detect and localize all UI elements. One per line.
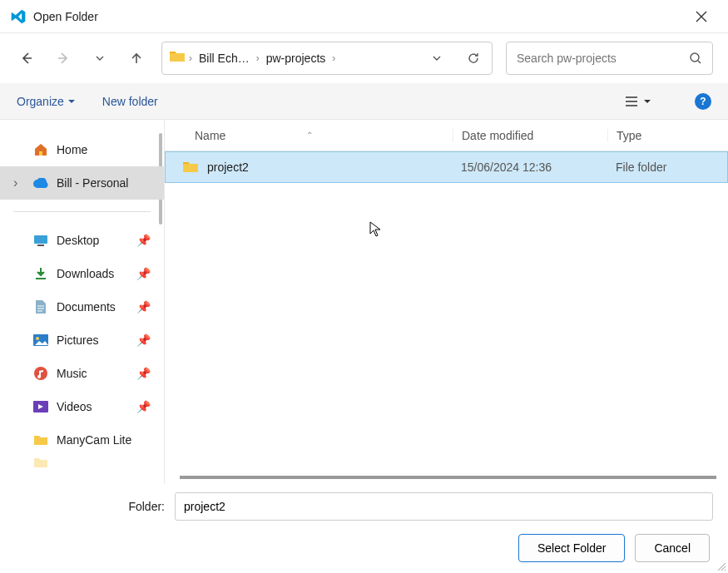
folder-icon: [33, 457, 48, 468]
close-icon: [696, 11, 707, 22]
view-mode-button[interactable]: [625, 96, 651, 107]
home-icon: [33, 142, 48, 157]
onedrive-icon: [33, 175, 48, 190]
sidebar-item-label: Bill - Personal: [57, 176, 128, 190]
list-icon: [625, 96, 638, 107]
sidebar-item-desktop[interactable]: Desktop 📌: [0, 224, 164, 257]
svg-point-4: [36, 337, 39, 340]
body: Home Bill - Personal Desktop 📌 Downloads…: [0, 120, 728, 484]
sidebar-item-music[interactable]: Music 📌: [0, 357, 164, 390]
organize-label: Organize: [17, 95, 64, 108]
folder-icon: [182, 161, 199, 174]
up-button[interactable]: [125, 47, 148, 70]
caret-down-icon: [67, 97, 76, 106]
breadcrumb-separator: ›: [332, 52, 335, 64]
arrow-right-icon: [56, 51, 71, 66]
sort-indicator-icon: ⌃: [306, 131, 313, 140]
videos-icon: [33, 399, 48, 414]
sidebar-divider: [13, 211, 151, 212]
file-row[interactable]: project2 15/06/2024 12:36 File folder: [165, 151, 728, 183]
file-name: project2: [207, 161, 249, 174]
search-box[interactable]: [506, 42, 713, 75]
refresh-button[interactable]: [462, 47, 485, 70]
sidebar-item-personal[interactable]: Bill - Personal: [0, 166, 164, 200]
sidebar-item-label: Desktop: [57, 234, 99, 247]
column-headers: Name ⌃ Date modified Type: [165, 120, 728, 151]
back-button[interactable]: [15, 47, 38, 70]
svg-point-0: [691, 53, 699, 62]
arrow-up-icon: [129, 51, 144, 66]
sidebar-item-label: Videos: [57, 400, 92, 413]
toolbar: Organize New folder ?: [0, 83, 728, 120]
sidebar-item-home[interactable]: Home: [0, 133, 164, 166]
sidebar-item-label: Downloads: [57, 267, 114, 280]
cancel-button[interactable]: Cancel: [635, 534, 710, 562]
nav-row: › Bill Ech… › pw-projects ›: [0, 33, 728, 83]
new-folder-button[interactable]: New folder: [102, 95, 158, 108]
organize-menu[interactable]: Organize: [17, 95, 76, 108]
folder-label: Folder:: [115, 500, 165, 513]
documents-icon: [33, 299, 48, 314]
folder-icon: [33, 432, 48, 447]
breadcrumb-separator: ›: [189, 52, 192, 64]
sidebar-item-label: ManyCam Lite: [57, 433, 131, 447]
vscode-icon: [10, 8, 27, 25]
chevron-down-icon: [432, 53, 442, 63]
sidebar-item-manycam[interactable]: ManyCam Lite: [0, 423, 164, 457]
file-date: 15/06/2024 12:36: [453, 161, 607, 174]
folder-icon: [169, 50, 186, 67]
select-folder-button[interactable]: Select Folder: [518, 534, 625, 562]
footer: Folder: Select Folder Cancel: [0, 484, 728, 562]
recent-dropdown[interactable]: [88, 47, 111, 70]
folder-input[interactable]: [175, 492, 713, 521]
sidebar-item-pictures[interactable]: Pictures 📌: [0, 324, 164, 357]
breadcrumb-item[interactable]: Bill Ech…: [196, 48, 253, 68]
sidebar-item-label: Pictures: [57, 333, 99, 347]
help-button[interactable]: ?: [695, 93, 711, 110]
pin-icon: 📌: [136, 234, 151, 247]
column-header-type[interactable]: Type: [607, 129, 728, 142]
breadcrumb-separator: ›: [256, 52, 260, 64]
breadcrumb-item[interactable]: pw-projects: [263, 48, 329, 68]
file-pane: Name ⌃ Date modified Type project2 15/06…: [165, 120, 728, 484]
file-type: File folder: [607, 161, 727, 174]
horizontal-scrollbar[interactable]: [180, 476, 716, 479]
pictures-icon: [33, 333, 48, 348]
sidebar-item-documents[interactable]: Documents 📌: [0, 290, 164, 324]
svg-rect-1: [34, 235, 47, 244]
cursor-icon: [369, 221, 383, 238]
search-icon: [689, 52, 702, 65]
svg-rect-2: [37, 245, 44, 246]
sidebar-item-videos[interactable]: Videos 📌: [0, 390, 164, 423]
close-button[interactable]: [685, 0, 718, 33]
chevron-down-icon: [95, 53, 105, 63]
refresh-icon: [467, 52, 480, 65]
column-header-date[interactable]: Date modified: [453, 129, 607, 142]
address-bar[interactable]: › Bill Ech… › pw-projects ›: [161, 42, 493, 75]
pin-icon: 📌: [136, 333, 151, 347]
column-header-name[interactable]: Name ⌃: [165, 129, 453, 142]
search-input[interactable]: [517, 52, 689, 65]
music-icon: [33, 366, 48, 381]
address-dropdown[interactable]: [425, 47, 448, 70]
sidebar: Home Bill - Personal Desktop 📌 Downloads…: [0, 120, 165, 484]
sidebar-item-label: Music: [57, 367, 87, 380]
forward-button[interactable]: [52, 47, 75, 70]
dialog-title: Open Folder: [33, 10, 98, 23]
sidebar-item-label: Home: [57, 143, 87, 156]
downloads-icon: [33, 266, 48, 281]
sidebar-item-cutoff[interactable]: [0, 457, 164, 468]
caret-down-icon: [643, 97, 651, 106]
pin-icon: 📌: [136, 367, 151, 380]
desktop-icon: [33, 233, 48, 248]
resize-grip-icon[interactable]: [715, 560, 726, 571]
pin-icon: 📌: [136, 267, 151, 280]
title-bar: Open Folder: [0, 0, 728, 33]
sidebar-item-label: Documents: [57, 300, 116, 314]
pin-icon: 📌: [136, 300, 151, 314]
pin-icon: 📌: [136, 400, 151, 413]
sidebar-item-downloads[interactable]: Downloads 📌: [0, 257, 164, 290]
arrow-left-icon: [19, 51, 34, 66]
